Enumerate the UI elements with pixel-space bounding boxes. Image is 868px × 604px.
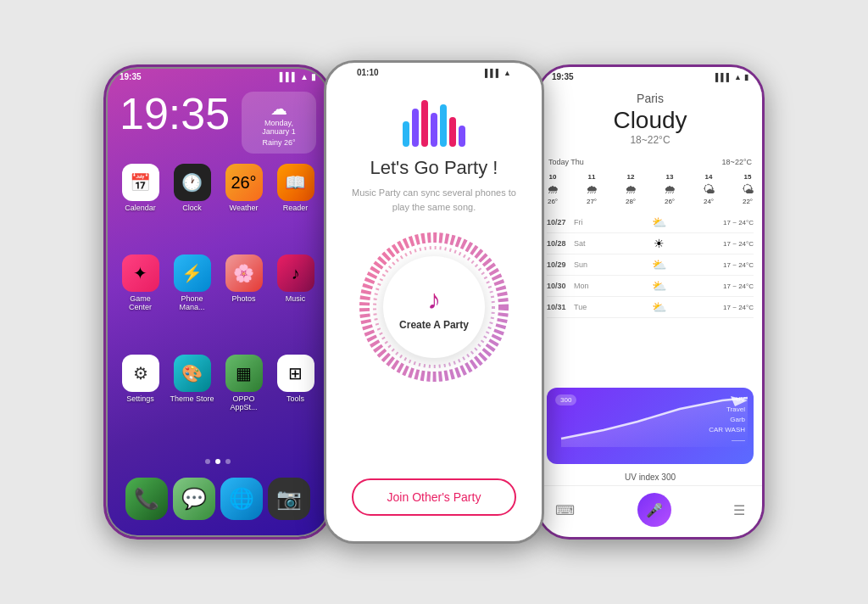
- hour-time-4: 14: [705, 173, 713, 181]
- app-icon-reader[interactable]: 📖 Reader: [273, 164, 318, 248]
- hour-temp-2: 28°: [626, 198, 636, 205]
- hour-time-3: 13: [666, 173, 674, 181]
- day-date-4: 10/31: [547, 303, 574, 311]
- app-icon-photos[interactable]: 🌸 Photos: [221, 254, 266, 347]
- app-icon-phonemanager[interactable]: ⚡ Phone Mana...: [170, 254, 214, 347]
- mic-icon: 🎤: [646, 502, 663, 518]
- hour-time-5: 15: [744, 173, 752, 181]
- bar-5: [449, 117, 456, 147]
- party-center-button[interactable]: ♪ Create A Party: [383, 256, 485, 358]
- app-icon-gamecenter[interactable]: ✦ Game Center: [118, 254, 163, 347]
- status-bar-1: 19:35 ▌▌▌ ▲ ▮: [106, 67, 330, 83]
- app-icon-oppoapp[interactable]: ▦ OPPO AppSt...: [221, 355, 266, 447]
- siri-button[interactable]: 🎤: [637, 493, 671, 527]
- uv-badge: 300: [555, 394, 576, 405]
- dock-icon-browser[interactable]: 🌐: [220, 478, 263, 520]
- party-title: Let's Go Party !: [370, 157, 498, 179]
- day-icon-2: ⛅: [594, 258, 723, 271]
- uv-index-label: UV index 300: [538, 469, 762, 485]
- weather-days: 10/27 Fri ⛅ 17 ~ 24°C 10/28 Sat ☀ 17 ~ 2…: [538, 209, 762, 383]
- day-name-1: Sat: [574, 239, 594, 248]
- phone3-bottom: ⌨ 🎤 ☰: [538, 485, 762, 537]
- dock-icon-messages[interactable]: 💬: [173, 478, 215, 520]
- app-img-settings: ⚙: [122, 355, 159, 392]
- dock: 📞💬🌐📷: [106, 471, 330, 537]
- weather-day-0: 10/27 Fri ⛅ 17 ~ 24°C: [547, 212, 754, 233]
- weather-day-4: 10/31 Tue ⛅ 17 ~ 24°C: [547, 297, 754, 318]
- app-img-phonemanager: ⚡: [174, 254, 211, 292]
- home-top: 19:35 ☁ Monday, January 1 Rainy 26°: [106, 83, 330, 159]
- weather-day-2: 10/29 Sun ⛅ 17 ~ 24°C: [547, 254, 754, 276]
- app-img-calendar: 📅: [122, 164, 159, 201]
- wifi-icon-1: ▲: [300, 72, 309, 81]
- app-img-themestore: 🎨: [174, 355, 211, 392]
- dot-3: [225, 459, 231, 464]
- app-label-clock: Clock: [182, 204, 202, 212]
- app-icon-music[interactable]: ♪ Music: [273, 254, 318, 347]
- hour-temp-0: 26°: [548, 198, 558, 205]
- app-icon-themestore[interactable]: 🎨 Theme Store: [170, 355, 214, 447]
- app-img-oppoapp: ▦: [225, 355, 263, 392]
- party-logo: [403, 96, 465, 147]
- music-note-icon: ♪: [427, 284, 441, 316]
- app-grid: 📅 Calendar 🕐 Clock 26° Weather 📖 Reader …: [106, 159, 330, 452]
- home-weather-widget[interactable]: ☁ Monday, January 1 Rainy 26°: [242, 92, 316, 154]
- app-label-phonemanager: Phone Mana...: [170, 294, 214, 311]
- phone2-content: 01:10 ▌▌▌ ▲ Let's Go Party ! Music Party…: [326, 63, 542, 541]
- wifi-icon-2: ▲: [504, 69, 511, 77]
- menu-icon: ☰: [733, 502, 745, 518]
- hour-item-0: 10 🌧 26°: [547, 173, 559, 205]
- uv-label-1: Travel: [709, 405, 745, 415]
- status-bar-3: 19:35 ▌▌▌ ▲ ▮: [538, 67, 762, 83]
- weather-city: Paris: [552, 92, 748, 105]
- phone-3: 19:35 ▌▌▌ ▲ ▮ Paris Cloudy 18~22°C Today…: [536, 64, 765, 540]
- day-name-4: Tue: [574, 303, 594, 311]
- day-date-2: 10/29: [547, 260, 574, 269]
- app-icon-weather[interactable]: 26° Weather: [221, 164, 266, 248]
- app-icon-calendar[interactable]: 📅 Calendar: [118, 164, 163, 248]
- signal-icon-1: ▌▌▌: [280, 72, 298, 81]
- app-icon-settings[interactable]: ⚙ Settings: [118, 355, 163, 447]
- app-icon-tools[interactable]: ⊞ Tools: [273, 355, 318, 447]
- hour-item-1: 11 🌧 27°: [586, 173, 598, 205]
- day-name-3: Mon: [574, 282, 594, 290]
- hour-icon-2: 🌧: [625, 182, 637, 196]
- hour-temp-1: 27°: [587, 198, 597, 205]
- dot-2: [215, 459, 220, 464]
- hour-temp-4: 24°: [704, 198, 714, 205]
- weather-condition-1: Rainy 26°: [250, 138, 308, 147]
- day-date-0: 10/27: [547, 218, 574, 226]
- weather-header: Paris Cloudy 18~22°C: [538, 83, 762, 154]
- app-img-clock: 🕐: [174, 164, 211, 201]
- day-range-1: 17 ~ 24°C: [723, 240, 754, 248]
- party-circle[interactable]: ♪ Create A Party: [358, 231, 510, 383]
- bar-3: [431, 113, 437, 147]
- bar-4: [440, 104, 447, 147]
- join-party-button[interactable]: Join Other's Party: [352, 478, 517, 516]
- weather-today-bar: Today Thu 18~22°C: [538, 154, 762, 170]
- weather-hours: 10 🌧 26° 11 🌧 27° 12 🌧 28° 13 🌧 26° 14 🌤…: [538, 170, 762, 209]
- day-range-2: 17 ~ 24°C: [723, 261, 754, 269]
- phone1-content: 19:35 ▌▌▌ ▲ ▮ 19:35 ☁ Monday, January 1 …: [106, 67, 330, 537]
- uv-label-2: Garb: [709, 415, 745, 425]
- hour-time-0: 10: [549, 173, 557, 181]
- phone-2: 01:10 ▌▌▌ ▲ Let's Go Party ! Music Party…: [324, 60, 544, 544]
- dot-1: [205, 459, 210, 464]
- weather-day-1: 10/28 Sat ☀ 17 ~ 24°C: [547, 233, 754, 254]
- hour-icon-0: 🌧: [547, 182, 559, 196]
- app-img-weather: 26°: [225, 164, 263, 201]
- day-name-0: Fri: [574, 218, 594, 226]
- hour-item-4: 14 🌤 24°: [703, 173, 715, 205]
- day-range-0: 17 ~ 24°C: [723, 219, 754, 226]
- phone3-content: 19:35 ▌▌▌ ▲ ▮ Paris Cloudy 18~22°C Today…: [538, 67, 762, 537]
- app-icon-clock[interactable]: 🕐 Clock: [170, 164, 214, 248]
- dock-icon-phone[interactable]: 📞: [125, 478, 168, 520]
- battery-icon-1: ▮: [311, 72, 316, 81]
- today-range: 18~22°C: [722, 158, 752, 166]
- app-label-photos: Photos: [231, 294, 255, 303]
- app-label-gamecenter: Game Center: [118, 294, 163, 311]
- hour-time-2: 12: [627, 173, 635, 181]
- home-dots: [106, 452, 330, 471]
- dock-icon-camera[interactable]: 📷: [268, 478, 310, 520]
- signal-icon-2: ▌▌▌: [485, 69, 501, 77]
